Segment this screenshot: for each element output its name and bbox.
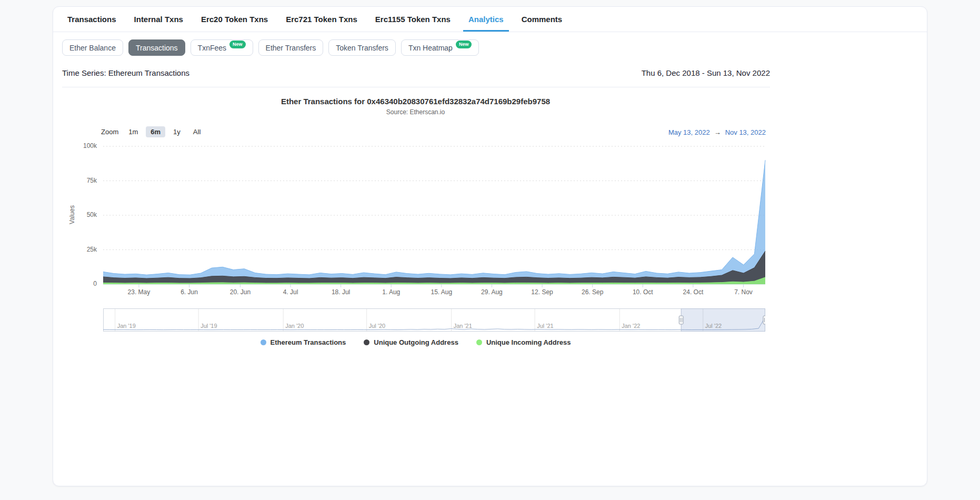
navigator-axis-label: Jan '20	[285, 323, 304, 329]
x-axis-label: 29. Aug	[481, 288, 503, 296]
x-axis-label: 18. Jul	[332, 288, 350, 296]
x-axis-label: 4. Jul	[283, 288, 298, 296]
x-axis-label: 6. Jun	[181, 288, 198, 296]
y-axis-label: 100k	[66, 142, 97, 149]
navigator-selection[interactable]	[681, 308, 765, 332]
txnfees-label: TxnFees	[198, 44, 226, 52]
x-axis-label: 12. Sep	[531, 288, 553, 296]
tab-transactions[interactable]: Transactions	[62, 7, 122, 32]
x-axis-label: 7. Nov	[734, 288, 753, 296]
main-chart-svg[interactable]	[103, 146, 765, 288]
main-card: Transactions Internal Txns Erc20 Token T…	[53, 6, 927, 486]
ether-balance-button[interactable]: Ether Balance	[62, 39, 123, 56]
zoom-controls: Zoom 1m 6m 1y All	[101, 126, 205, 137]
txnfees-button[interactable]: TxnFees New	[191, 39, 253, 56]
series-area	[103, 160, 765, 284]
navigator-axis-label: Jul '22	[705, 323, 722, 329]
navigator-axis-label: Jul '20	[369, 323, 385, 329]
tab-erc20-token-txns[interactable]: Erc20 Token Txns	[196, 7, 273, 32]
navigator-axis-label: Jan '22	[622, 323, 640, 329]
y-axis-label: 25k	[66, 246, 97, 253]
tab-erc1155-token-txns[interactable]: Erc1155 Token Txns	[370, 7, 456, 32]
x-axis-label: 24. Oct	[683, 288, 704, 296]
navigator-axis-label: Jul '21	[537, 323, 553, 329]
y-axis-label: 75k	[66, 177, 97, 184]
new-badge: New	[229, 41, 246, 48]
legend-item-ethereum-transactions[interactable]: Ethereum Transactions	[261, 338, 346, 346]
navigator-handle-right[interactable]	[763, 316, 765, 324]
navigator-axis-label: Jul '19	[201, 323, 217, 329]
series-dot-icon	[476, 339, 482, 345]
series-dot-icon	[364, 339, 369, 345]
zoom-all-button[interactable]: All	[188, 126, 205, 137]
main-chart-plot[interactable]	[103, 146, 765, 284]
zoom-1y-button[interactable]: 1y	[168, 126, 185, 137]
chart-type-buttons: Ether Balance Transactions TxnFees New E…	[53, 39, 927, 56]
tab-comments[interactable]: Comments	[516, 7, 568, 32]
legend-label: Unique Incoming Address	[486, 338, 571, 346]
section-date-range: Thu 6, Dec 2018 - Sun 13, Nov 2022	[642, 68, 770, 77]
token-transfers-label: Token Transfers	[336, 44, 388, 52]
ether-transfers-label: Ether Transfers	[266, 44, 316, 52]
x-axis-label: 26. Sep	[582, 288, 603, 296]
date-range-selector: May 13, 2022 → Nov 13, 2022	[668, 128, 766, 136]
txn-heatmap-label: Txn Heatmap	[408, 44, 453, 52]
chart-legend: Ethereum Transactions Unique Outgoing Ad…	[61, 338, 770, 346]
range-arrow-icon: →	[714, 128, 721, 136]
chart-subtitle: Source: Etherscan.io	[61, 108, 770, 116]
transactions-label: Transactions	[136, 44, 178, 52]
range-from-input[interactable]: May 13, 2022	[668, 128, 710, 136]
range-to-input[interactable]: Nov 13, 2022	[725, 128, 766, 136]
ether-transfers-button[interactable]: Ether Transfers	[258, 39, 324, 56]
chart-title: Ether Transactions for 0x46340b20830761e…	[61, 97, 770, 106]
legend-label: Ethereum Transactions	[271, 338, 346, 346]
zoom-1m-button[interactable]: 1m	[124, 126, 143, 137]
legend-label: Unique Outgoing Address	[374, 338, 458, 346]
series-dot-icon	[261, 339, 266, 345]
tab-internal-txns[interactable]: Internal Txns	[129, 7, 188, 32]
zoom-6m-button[interactable]: 6m	[146, 126, 165, 137]
x-axis-label: 15. Aug	[431, 288, 452, 296]
x-axis-label: 1. Aug	[382, 288, 400, 296]
tab-erc721-token-txns[interactable]: Erc721 Token Txns	[281, 7, 363, 32]
txn-heatmap-button[interactable]: Txn Heatmap New	[401, 39, 479, 56]
legend-item-unique-incoming-address[interactable]: Unique Incoming Address	[476, 338, 571, 346]
transactions-button[interactable]: Transactions	[128, 39, 185, 56]
x-axis-label: 23. May	[128, 288, 151, 296]
navigator-handle-left[interactable]	[679, 316, 683, 324]
highcharts-container: Ether Transactions for 0x46340b20830761e…	[61, 91, 770, 356]
x-axis-label: 10. Oct	[633, 288, 653, 296]
legend-item-unique-outgoing-address[interactable]: Unique Outgoing Address	[364, 338, 458, 346]
navigator-axis-label: Jan '19	[117, 323, 136, 329]
y-axis-label: 0	[66, 280, 97, 287]
x-axis-label: 20. Jun	[230, 288, 251, 296]
tab-analytics[interactable]: Analytics	[463, 7, 509, 32]
section-title: Time Series: Ethereum Transactions	[62, 68, 189, 77]
series-area	[103, 251, 765, 284]
page-background: Transactions Internal Txns Erc20 Token T…	[0, 0, 980, 500]
y-axis-label: 50k	[66, 211, 97, 218]
token-transfers-button[interactable]: Token Transfers	[328, 39, 396, 56]
zoom-label: Zoom	[101, 128, 118, 136]
tab-bar: Transactions Internal Txns Erc20 Token T…	[53, 7, 927, 32]
navigator-axis-label: Jan '21	[454, 323, 472, 329]
new-badge: New	[456, 41, 472, 48]
ether-balance-label: Ether Balance	[69, 44, 116, 52]
section-header: Time Series: Ethereum Transactions Thu 6…	[62, 68, 770, 87]
